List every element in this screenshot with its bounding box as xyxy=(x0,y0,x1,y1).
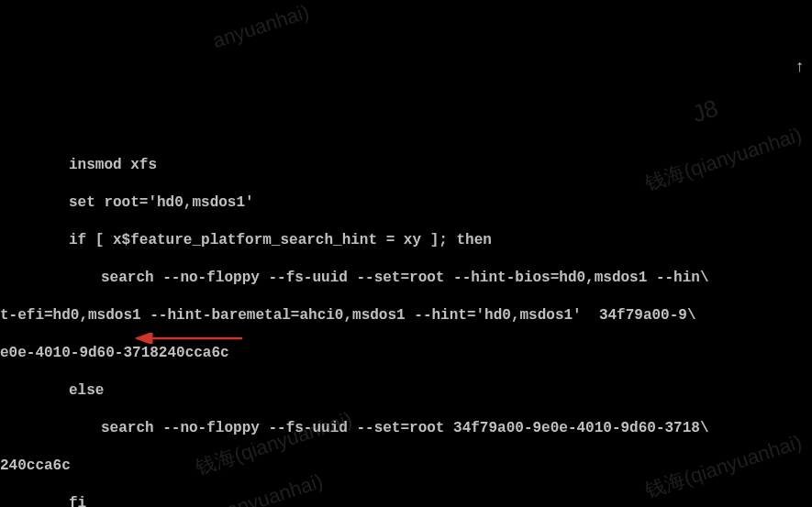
grub-editor[interactable]: insmod xfs set root='hd0,msdos1' if [ x$… xyxy=(0,138,812,507)
boot-line: fi xyxy=(0,494,812,507)
boot-line: search --no-floppy --fs-uuid --set=root … xyxy=(0,269,812,287)
boot-line: search --no-floppy --fs-uuid --set=root … xyxy=(0,419,812,437)
boot-line: if [ x$feature_platform_search_hint = xy… xyxy=(0,231,812,249)
watermark: J8 xyxy=(689,94,722,130)
boot-line: 240cca6c xyxy=(0,457,812,475)
scroll-up-indicator: ↑ xyxy=(795,57,805,78)
boot-line: insmod xfs xyxy=(0,156,812,174)
watermark: anyuanhai) xyxy=(209,0,312,54)
boot-line: t-efi=hd0,msdos1 --hint-baremetal=ahci0,… xyxy=(0,306,812,325)
boot-line: else xyxy=(0,381,812,400)
boot-line: e0e-4010-9d60-3718240cca6c xyxy=(0,344,812,362)
boot-line: set root='hd0,msdos1' xyxy=(0,193,812,212)
